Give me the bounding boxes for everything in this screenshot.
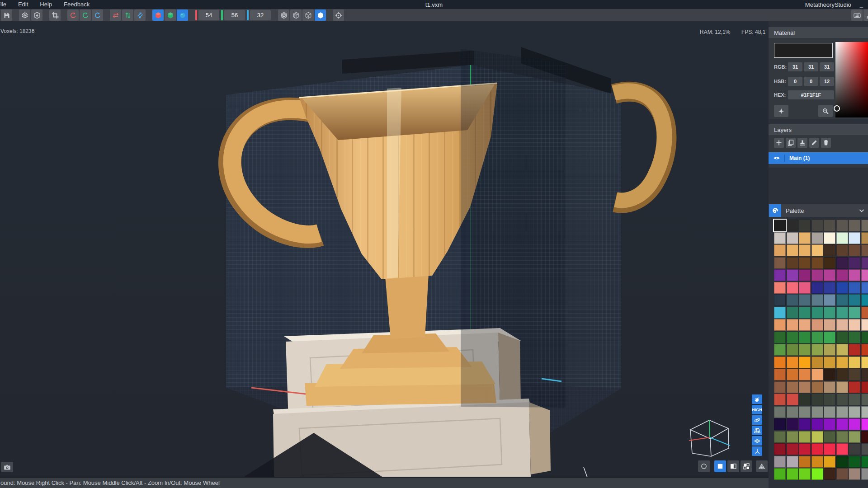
display-voxels-button[interactable]: [278, 9, 289, 21]
palette-swatch[interactable]: [799, 431, 811, 443]
mirror-z-button[interactable]: [134, 9, 146, 21]
voxel-canvas[interactable]: [0, 21, 769, 477]
view-quad-button[interactable]: [741, 460, 752, 472]
palette-swatch[interactable]: [811, 456, 823, 468]
palette-swatch[interactable]: [799, 394, 811, 405]
palette-swatch[interactable]: [799, 257, 811, 269]
palette-swatch[interactable]: [849, 468, 860, 480]
size-y-input[interactable]: 56: [224, 10, 245, 20]
palette-swatch[interactable]: [799, 357, 811, 368]
palette-swatch[interactable]: [774, 307, 786, 319]
palette-swatch[interactable]: [849, 418, 860, 430]
perspective-grid-button[interactable]: [756, 460, 768, 472]
save-button[interactable]: [1, 9, 12, 21]
palette-swatch[interactable]: [824, 332, 835, 343]
shortcuts-button[interactable]: [851, 9, 863, 21]
quality-high-button[interactable]: HIGH: [752, 405, 762, 414]
palette-swatch[interactable]: [861, 394, 868, 405]
palette-swatch[interactable]: [849, 394, 860, 405]
mirror-y-button[interactable]: [122, 9, 133, 21]
palette-swatch[interactable]: [774, 332, 786, 343]
palette-swatch[interactable]: [861, 257, 868, 269]
crop-button[interactable]: [49, 9, 61, 21]
merge-layer-button[interactable]: [797, 138, 807, 148]
palette-swatch[interactable]: [861, 431, 868, 443]
palette-swatch[interactable]: [824, 232, 835, 244]
palette-swatch[interactable]: [836, 431, 848, 443]
palette-swatch[interactable]: [824, 319, 835, 331]
palette-swatch[interactable]: [774, 232, 786, 244]
palette-swatch[interactable]: [811, 443, 823, 455]
palette-swatch[interactable]: [861, 468, 868, 480]
palette-swatch[interactable]: [799, 282, 811, 294]
voxel-model-button[interactable]: [19, 9, 30, 21]
palette-swatch[interactable]: [824, 394, 835, 405]
axis-toggle-button[interactable]: [752, 446, 762, 456]
palette-swatch[interactable]: [849, 269, 860, 281]
palette-swatch[interactable]: [811, 431, 823, 443]
palette-swatch[interactable]: [787, 369, 798, 380]
palette-swatch[interactable]: [836, 319, 848, 331]
palette-swatch[interactable]: [774, 344, 786, 356]
palette-swatch[interactable]: [787, 294, 798, 306]
palette-swatch[interactable]: [824, 294, 835, 306]
menu-file[interactable]: File: [0, 0, 12, 9]
palette-swatch[interactable]: [774, 257, 786, 269]
palette-swatch[interactable]: [811, 319, 823, 331]
palette-swatch[interactable]: [861, 332, 868, 343]
palette-swatch[interactable]: [811, 406, 823, 418]
trophy-right-handle[interactable]: [614, 91, 666, 203]
palette-swatch[interactable]: [787, 319, 798, 331]
menu-help[interactable]: Help: [34, 0, 58, 9]
palette-swatch[interactable]: [774, 418, 786, 430]
palette-swatch[interactable]: [849, 319, 860, 331]
palette-swatch[interactable]: [849, 381, 860, 393]
palette-swatch[interactable]: [824, 307, 835, 319]
palette-swatch[interactable]: [836, 357, 848, 368]
palette-swatch[interactable]: [799, 443, 811, 455]
palette-swatch[interactable]: [787, 344, 798, 356]
palette-swatch[interactable]: [811, 232, 823, 244]
palette-swatch[interactable]: [861, 232, 868, 244]
rgb-b-field[interactable]: 31: [820, 62, 834, 71]
hex-field[interactable]: #1F1F1F: [788, 90, 834, 99]
green-voxel-mode-button[interactable]: [165, 9, 176, 21]
palette-swatch[interactable]: [849, 257, 860, 269]
rotate-x-button[interactable]: [67, 9, 79, 21]
palette-swatch[interactable]: [811, 244, 823, 256]
rgb-g-field[interactable]: 31: [804, 62, 818, 71]
palette-swatch[interactable]: [861, 418, 868, 430]
palette-swatch[interactable]: [824, 244, 835, 256]
palette-swatch[interactable]: [824, 220, 835, 231]
palette-swatch[interactable]: [774, 282, 786, 294]
add-layer-button[interactable]: [774, 138, 784, 148]
palette-swatch[interactable]: [787, 418, 798, 430]
delete-layer-button[interactable]: [821, 138, 831, 148]
menu-feedback[interactable]: Feedback: [58, 0, 95, 9]
palette-swatch[interactable]: [787, 307, 798, 319]
palette-swatch[interactable]: [849, 431, 860, 443]
palette-swatch[interactable]: [787, 220, 798, 231]
mirror-x-button[interactable]: [110, 9, 121, 21]
palette-swatch[interactable]: [849, 332, 860, 343]
rotate-z-button[interactable]: [92, 9, 103, 21]
palette-swatch[interactable]: [811, 369, 823, 380]
palette-swatch[interactable]: [836, 381, 848, 393]
palette-swatch[interactable]: [824, 468, 835, 480]
palette-swatch[interactable]: [774, 319, 786, 331]
palette-swatch[interactable]: [861, 244, 868, 256]
palette-swatch[interactable]: [787, 468, 798, 480]
palette-swatch[interactable]: [824, 381, 835, 393]
palette-swatch[interactable]: [824, 418, 835, 430]
palette-swatch[interactable]: [811, 220, 823, 231]
palette-swatch[interactable]: [836, 232, 848, 244]
palette-swatch[interactable]: [836, 257, 848, 269]
palette-swatch[interactable]: [836, 269, 848, 281]
render-quality-button[interactable]: [752, 394, 762, 404]
palette-swatch[interactable]: [836, 443, 848, 455]
palette-swatch[interactable]: [811, 344, 823, 356]
palette-swatch[interactable]: [861, 220, 868, 231]
palette-swatch[interactable]: [787, 394, 798, 405]
palette-swatch[interactable]: [774, 406, 786, 418]
palette-swatch[interactable]: [849, 307, 860, 319]
